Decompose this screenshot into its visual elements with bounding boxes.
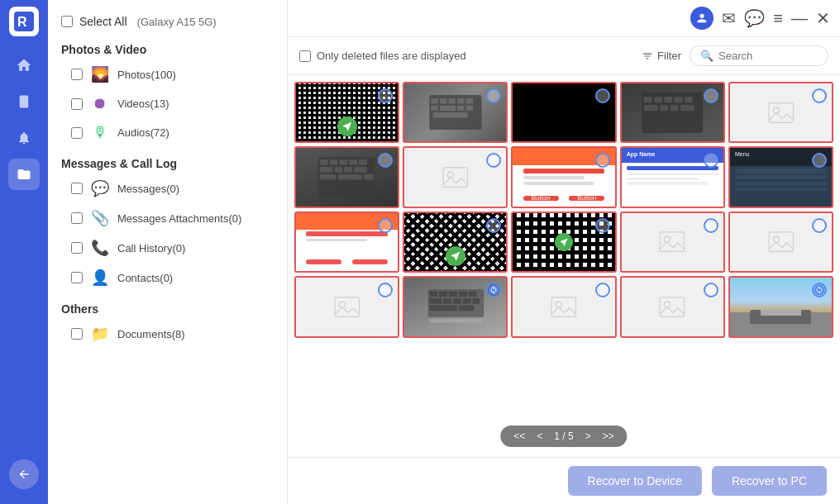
svg-rect-20 (685, 96, 693, 102)
svg-rect-24 (680, 104, 694, 110)
messages-checkbox[interactable] (71, 183, 83, 194)
videos-checkbox[interactable] (71, 98, 83, 110)
thumb-1[interactable] (294, 82, 399, 143)
thumb-10[interactable]: Menu (728, 146, 833, 207)
select-all-row[interactable]: Select All (Galaxy A15 5G) (48, 8, 287, 38)
app-header: ✉ 💬 ≡ — ✕ (288, 0, 840, 37)
thumb-14[interactable] (620, 212, 725, 273)
thumb-9[interactable]: App Name (620, 146, 725, 207)
svg-rect-17 (654, 96, 662, 102)
sidebar-item-contacts[interactable]: 👤 Contacts(0) (48, 263, 287, 292)
select-circle-3[interactable] (595, 88, 610, 103)
deleted-only-filter[interactable]: Only deleted files are displayed (299, 50, 466, 62)
select-circle-8[interactable] (595, 153, 610, 168)
thumb-4[interactable] (620, 82, 725, 143)
search-box[interactable]: 🔍 (690, 45, 828, 66)
nav-home-icon[interactable] (8, 50, 40, 81)
select-circle-16[interactable] (378, 283, 393, 297)
contacts-checkbox[interactable] (71, 272, 83, 283)
contact-icon: 👤 (91, 269, 109, 287)
thumb-20[interactable] (728, 276, 833, 337)
recover-to-device-button[interactable]: Recover to Device (568, 466, 702, 496)
svg-rect-36 (354, 167, 367, 173)
select-circle-4[interactable] (704, 88, 718, 103)
sidebar-item-messages[interactable]: 💬 Messages(0) (48, 174, 287, 203)
user-avatar[interactable] (690, 7, 714, 30)
sidebar-item-attachments[interactable]: 📎 Messages Attachments(0) (48, 203, 287, 233)
first-page-button[interactable]: << (510, 429, 528, 444)
thumb-19[interactable] (620, 276, 725, 337)
thumb-16[interactable] (294, 276, 399, 337)
calls-label: Call History(0) (117, 242, 185, 254)
nav-phone-icon[interactable] (8, 86, 40, 117)
messages-label: Messages(0) (117, 183, 179, 195)
thumb-7[interactable] (403, 146, 508, 207)
thumb-6[interactable] (294, 146, 399, 207)
select-circle-15[interactable] (812, 218, 827, 233)
sidebar-item-documents[interactable]: 📁 Documents(8) (48, 319, 287, 349)
select-circle-18[interactable] (595, 283, 610, 297)
minimize-icon[interactable]: — (791, 9, 808, 28)
page-info: 1 / 5 (551, 430, 576, 442)
search-input[interactable] (718, 50, 818, 62)
select-circle-5[interactable] (812, 88, 827, 103)
svg-rect-29 (330, 159, 338, 165)
select-circle-13[interactable] (595, 218, 610, 233)
recover-to-pc-button[interactable]: Recover to PC (712, 466, 827, 496)
deleted-only-checkbox[interactable] (299, 50, 311, 62)
svg-rect-42 (661, 232, 685, 251)
select-circle-17[interactable] (486, 283, 501, 297)
thumb-5[interactable] (728, 82, 833, 143)
select-circle-7[interactable] (486, 153, 501, 168)
photos-label: Photos(100) (117, 69, 176, 81)
attachments-checkbox[interactable] (71, 212, 83, 224)
svg-rect-64 (661, 297, 685, 316)
back-button[interactable] (9, 459, 39, 489)
filter-label: Filter (657, 50, 681, 62)
svg-rect-49 (429, 292, 437, 297)
message-icon: 💬 (91, 179, 109, 197)
photos-checkbox[interactable] (71, 69, 83, 80)
thumb-3[interactable] (511, 82, 616, 143)
svg-rect-11 (440, 106, 456, 111)
select-all-checkbox[interactable] (61, 16, 73, 27)
select-circle-11[interactable] (378, 218, 393, 233)
svg-rect-38 (338, 174, 363, 180)
thumb-17[interactable] (403, 276, 508, 337)
filter-button[interactable]: Filter (642, 50, 681, 62)
chat-icon[interactable]: 💬 (744, 8, 765, 28)
calls-checkbox[interactable] (71, 242, 83, 254)
select-circle-14[interactable] (704, 218, 718, 233)
svg-rect-39 (364, 174, 374, 180)
thumb-2[interactable] (403, 82, 508, 143)
select-circle-6[interactable] (378, 153, 393, 168)
thumb-12[interactable] (403, 212, 508, 273)
thumb-18[interactable] (511, 276, 616, 337)
select-circle-19[interactable] (704, 283, 718, 297)
svg-rect-31 (350, 159, 358, 165)
thumb-15[interactable] (728, 212, 833, 273)
audios-checkbox[interactable] (71, 127, 83, 139)
sidebar-item-audios[interactable]: 🎙 Audios(72) (48, 118, 287, 147)
thumb-11[interactable] (294, 212, 399, 273)
section-others: Others (48, 297, 287, 319)
mail-icon[interactable]: ✉ (722, 8, 736, 28)
menu-icon[interactable]: ≡ (773, 9, 783, 28)
last-page-button[interactable]: >> (599, 429, 618, 444)
sidebar-item-videos[interactable]: ⏺ Videos(13) (48, 89, 287, 118)
select-circle-2[interactable] (486, 88, 501, 103)
documents-checkbox[interactable] (71, 328, 83, 340)
next-page-button[interactable]: > (582, 429, 594, 444)
svg-rect-25 (769, 102, 793, 121)
nav-notification-icon[interactable] (8, 122, 40, 154)
prev-page-button[interactable]: < (533, 429, 546, 444)
sidebar-item-calls[interactable]: 📞 Call History(0) (48, 233, 287, 263)
svg-rect-55 (443, 298, 451, 304)
nav-files-icon[interactable] (8, 159, 40, 190)
sidebar-item-photos[interactable]: 🌄 Photos(100) (48, 59, 287, 89)
svg-rect-30 (340, 159, 348, 165)
search-icon: 🔍 (700, 50, 714, 62)
thumb-8[interactable]: Button Button (511, 146, 616, 207)
thumb-13[interactable] (511, 212, 616, 273)
close-icon[interactable]: ✕ (816, 8, 830, 28)
